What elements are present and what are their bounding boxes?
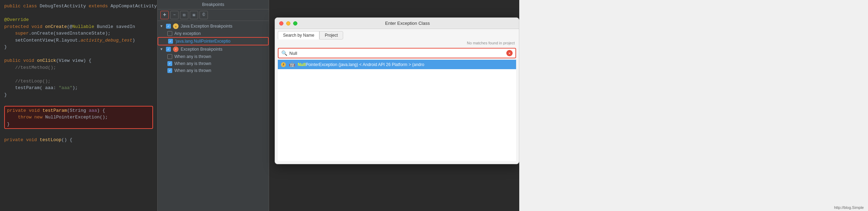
result-text-0: NullPointerException (java.lang) < Andro… (298, 62, 424, 67)
code-line: private void testParam(String aaa) { (7, 107, 150, 114)
any-exception-item[interactable]: Any exception (158, 30, 269, 37)
remove-breakpoint-button[interactable]: − (170, 11, 179, 19)
panel-title: Breakpoints (158, 0, 269, 9)
when-any-thrown-3-label: When any is thrown (174, 68, 211, 73)
java-ball-icon: J (281, 62, 286, 67)
code-line: super.onCreate(savedInstanceState); (4, 30, 153, 37)
result-text-normal: PointerException (java.lang) < Android A… (306, 62, 425, 67)
settings-breakpoint-button[interactable]: © (200, 11, 208, 19)
code-line: } (7, 121, 150, 128)
dialog-tabs: Search by Name Project (275, 29, 519, 39)
panel-toolbar: + − ⊡ ⊞ © (158, 9, 269, 21)
copy-breakpoint-button[interactable]: ⊡ (180, 11, 188, 19)
code-line: //testMethod(); (4, 64, 153, 71)
code-editor: public class DebugTestActivity extends A… (0, 0, 157, 211)
chevron-down-icon-2: ▼ (160, 48, 164, 51)
close-button[interactable] (279, 21, 283, 26)
background-fill (519, 0, 868, 211)
code-line: throw new NullPointerException(); (7, 114, 150, 121)
when-any-thrown-2-label: When any is thrown (174, 61, 211, 66)
code-line: public class DebugTestActivity extends A… (4, 3, 153, 10)
code-line (4, 98, 153, 105)
code-line: @Override (4, 16, 153, 23)
android-icon: 🤖 (289, 61, 295, 67)
code-line: public void onClick(View view) { (4, 57, 153, 64)
tab-project[interactable]: Project (319, 31, 343, 39)
search-input[interactable]: Null (289, 51, 504, 56)
when-any-thrown-1[interactable]: When any is thrown (158, 53, 269, 60)
maximize-button[interactable] (293, 21, 297, 26)
result-text-highlight: Null (298, 62, 306, 67)
java-exception-group[interactable]: ▼ ☕ Java Exception Breakpoints (158, 22, 269, 30)
any-exception-label: Any exception (174, 31, 201, 36)
chevron-down-icon: ▼ (160, 24, 164, 28)
code-line: private void testLoop() { (4, 137, 153, 144)
exception-breakpoints-group[interactable]: ▼ ⚡ Exception Breakpoints (158, 45, 269, 53)
exception-group-checkbox[interactable] (166, 47, 171, 52)
when-any-thrown-1-checkbox[interactable] (167, 54, 172, 59)
code-line (4, 71, 153, 78)
code-line (4, 10, 153, 17)
search-box[interactable]: 🔍 Null ✕ (278, 48, 516, 58)
highlighted-method: private void testParam(String aaa) { thr… (4, 106, 153, 129)
tab-search-by-name[interactable]: Search by Name (278, 31, 319, 39)
code-line: protected void onCreate(@Nullable Bundle… (4, 23, 153, 30)
java-icon: ☕ (173, 23, 179, 29)
group-breakpoint-button[interactable]: ⊞ (190, 11, 198, 19)
when-any-thrown-3-checkbox[interactable] (167, 68, 172, 73)
exception-group-label: Exception Breakpoints (181, 47, 222, 52)
code-line: testParam( aaa: "aaa"); (4, 85, 153, 92)
when-any-thrown-2-checkbox[interactable] (167, 61, 172, 66)
dialog-titlebar: Enter Exception Class (275, 18, 519, 29)
nullpointer-exception-checkbox[interactable] (168, 39, 173, 44)
when-any-thrown-3[interactable]: When any is thrown (158, 67, 269, 74)
java-exception-label: Java Exception Breakpoints (181, 24, 232, 29)
add-breakpoint-button[interactable]: + (160, 11, 169, 19)
search-icon: 🔍 (281, 50, 287, 56)
minimize-button[interactable] (286, 21, 290, 26)
result-item-0[interactable]: J 🤖 NullPointerException (java.lang) < A… (278, 60, 516, 69)
code-line: } (4, 92, 153, 99)
code-line: //testLoop(); (4, 78, 153, 85)
when-any-thrown-1-label: When any is thrown (174, 54, 211, 59)
code-line (4, 51, 153, 58)
exception-dialog: Enter Exception Class Search by Name Pro… (275, 17, 519, 164)
when-any-thrown-2[interactable]: When any is thrown (158, 60, 269, 67)
search-clear-button[interactable]: ✕ (506, 50, 513, 56)
java-exception-checkbox[interactable] (166, 24, 171, 29)
code-line: } (4, 44, 153, 51)
breakpoints-list: ▼ ☕ Java Exception Breakpoints Any excep… (158, 21, 269, 211)
exception-icon: ⚡ (173, 46, 179, 52)
code-line (4, 130, 153, 137)
dialog-title: Enter Exception Class (300, 21, 515, 26)
code-line: setContentView(R.layout.activity_debug_t… (4, 37, 153, 44)
breakpoints-panel: Breakpoints + − ⊡ ⊞ © ▼ ☕ Java Exception… (157, 0, 269, 211)
no-match-text: No matches found in project (275, 39, 519, 46)
any-exception-checkbox[interactable] (167, 31, 172, 36)
watermark: http://blog.Simple (830, 204, 868, 211)
nullpointer-exception-label: 'java.lang.NullPointerExceptio (175, 39, 230, 44)
nullpointer-exception-item[interactable]: 'java.lang.NullPointerExceptio (158, 37, 269, 45)
result-icon-0: J (281, 62, 286, 67)
search-results: J 🤖 NullPointerException (java.lang) < A… (278, 60, 516, 161)
